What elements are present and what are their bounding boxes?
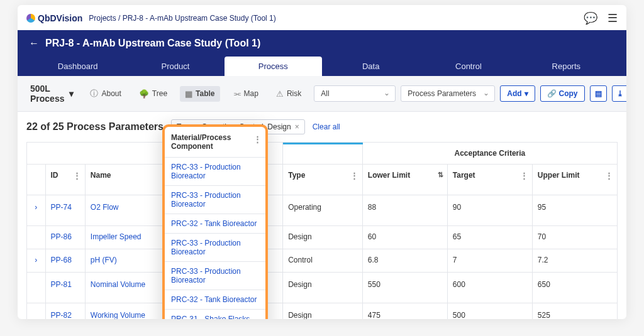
table-icon: ▦ [185, 89, 192, 99]
expand-toggle[interactable]: › [27, 195, 46, 226]
back-arrow-icon[interactable]: ← [29, 38, 39, 49]
kebab-icon[interactable]: ⋮ [253, 134, 262, 144]
row-name[interactable]: Impeller Speed [85, 226, 171, 249]
tab-reports[interactable]: Reports [518, 57, 615, 76]
about-button[interactable]: ⓘAbout [85, 85, 126, 102]
project-title: PRJ-8 - A-mAb Upstream Case Study (Tool … [45, 38, 260, 49]
kebab-icon[interactable]: ⋮ [520, 171, 528, 180]
table-row: PP-81Nominal VolumeDesign550600650 [27, 273, 618, 303]
kebab-icon[interactable]: ⋮ [605, 171, 613, 180]
tab-dashboard[interactable]: Dashboard [29, 57, 126, 76]
brand-name: QbDVision [38, 13, 82, 23]
table-row: ›PP-68pH (FV)Control6.877.2 [27, 249, 618, 273]
process-selector[interactable]: 500L Process ▾ [26, 81, 77, 106]
primary-tabs: Dashboard Product Process Data Control R… [29, 57, 615, 76]
info-icon: ⓘ [90, 88, 98, 99]
material-item[interactable]: PRC-32 - Tank Bioreactor [165, 290, 265, 310]
chat-icon[interactable]: 💬 [584, 11, 597, 25]
tree-button[interactable]: 🌳Tree [134, 86, 172, 102]
row-name[interactable]: Working Volume [85, 303, 171, 320]
clear-all-filters[interactable]: Clear all [313, 122, 340, 131]
data-table-wrap: Acceptance Criteria ID⋮ Name Material/Pr… [18, 142, 626, 319]
row-target: 600 [447, 273, 532, 303]
expand-toggle[interactable] [27, 226, 46, 249]
remove-chip-icon[interactable]: × [295, 122, 299, 131]
risk-icon: ⚠ [276, 89, 284, 99]
tab-process[interactable]: Process [225, 57, 322, 76]
material-item[interactable]: PRC-33 - Production Bioreactor [165, 234, 265, 262]
row-upper-limit: 525 [532, 303, 617, 320]
top-strip: QbDVision Projects / PRJ-8 - A-mAb Upstr… [18, 5, 626, 30]
tree-icon: 🌳 [139, 89, 149, 99]
columns-button[interactable]: ▤ [590, 85, 607, 102]
tab-control[interactable]: Control [419, 57, 517, 76]
col-type[interactable]: Type⋮ [283, 165, 363, 195]
result-count: 22 of 25 Process Parameters [26, 121, 164, 133]
col-group-acceptance: Acceptance Criteria [362, 143, 617, 165]
data-table: Acceptance Criteria ID⋮ Name Material/Pr… [26, 142, 618, 319]
row-id[interactable]: PP-86 [45, 226, 85, 249]
row-name[interactable]: Nominal Volume [85, 273, 171, 303]
tab-data[interactable]: Data [322, 57, 419, 76]
row-type: Operating [283, 195, 363, 226]
expand-toggle[interactable]: › [27, 249, 46, 273]
material-column-callout: Material/Process Component ⋮ PRC-33 - Pr… [162, 124, 268, 319]
expand-toggle[interactable] [27, 303, 46, 320]
sort-icon[interactable]: ⇅ [438, 171, 443, 179]
material-item[interactable]: PRC-31 - Shake Flasks [165, 310, 265, 319]
col-name[interactable]: Name [85, 165, 171, 195]
row-id[interactable]: PP-74 [45, 195, 85, 226]
row-type: Design [283, 303, 363, 320]
chevron-down-icon: ▾ [69, 89, 74, 99]
material-item[interactable]: PRC-33 - Production Bioreactor [165, 158, 265, 186]
map-button[interactable]: ⫘Map [228, 86, 264, 102]
row-id[interactable]: PP-82 [45, 303, 85, 320]
kebab-icon[interactable]: ⋮ [350, 171, 358, 180]
process-selector-label: 500L Process [30, 84, 64, 104]
row-lower-limit: 60 [362, 226, 447, 249]
col-id[interactable]: ID⋮ [45, 165, 85, 195]
material-item[interactable]: PRC-33 - Production Bioreactor [165, 262, 265, 290]
add-button[interactable]: Add ▾ [500, 85, 535, 102]
filter-row: 22 of 25 Process Parameters Type = Opera… [18, 112, 626, 142]
row-lower-limit: 6.8 [362, 249, 447, 273]
columns-icon: ▤ [595, 89, 602, 98]
row-name[interactable]: O2 Flow [85, 195, 171, 226]
filter-select[interactable]: All [314, 85, 396, 102]
row-lower-limit: 550 [362, 273, 447, 303]
col-target[interactable]: Target⋮ [447, 165, 532, 195]
risk-button[interactable]: ⚠Risk [271, 86, 306, 102]
export-icon: ⤓ [617, 89, 623, 98]
logo-icon [26, 14, 35, 23]
copy-button[interactable]: 🔗Copy [540, 85, 585, 102]
logo[interactable]: QbDVision [26, 13, 82, 23]
row-target: 90 [447, 195, 532, 226]
export-button[interactable]: ⤓ [612, 85, 626, 102]
table-button[interactable]: ▦Table [180, 86, 219, 102]
map-icon: ⫘ [233, 89, 241, 99]
toolbar: 500L Process ▾ ⓘAbout 🌳Tree ▦Table ⫘Map … [18, 76, 626, 112]
tab-product[interactable]: Product [126, 57, 224, 76]
project-header: ← PRJ-8 - A-mAb Upstream Case Study (Too… [18, 30, 626, 76]
breadcrumb-projects[interactable]: Projects [89, 14, 116, 23]
row-lower-limit: 88 [362, 195, 447, 226]
row-target: 500 [447, 303, 532, 320]
col-upper-limit[interactable]: Upper Limit⋮ [532, 165, 617, 195]
expand-toggle[interactable] [27, 273, 46, 303]
row-id[interactable]: PP-68 [45, 249, 85, 273]
parameter-type-select[interactable]: Process Parameters [401, 85, 495, 102]
kebab-icon[interactable]: ⋮ [73, 171, 81, 180]
col-lower-limit[interactable]: Lower Limit⇅ [362, 165, 447, 195]
row-target: 7 [447, 249, 532, 273]
table-row: ›PP-74O2 FlowOperating889095 [27, 195, 618, 226]
row-upper-limit: 70 [532, 226, 617, 249]
row-name[interactable]: pH (FV) [85, 249, 171, 273]
table-row: PP-82Working VolumeDesign475500525 [27, 303, 618, 320]
material-item[interactable]: PRC-33 - Production Bioreactor [165, 186, 265, 214]
row-type: Design [283, 226, 363, 249]
material-item[interactable]: PRC-32 - Tank Bioreactor [165, 214, 265, 234]
row-type: Design [283, 273, 363, 303]
link-icon: 🔗 [547, 89, 557, 98]
row-id[interactable]: PP-81 [45, 273, 85, 303]
menu-icon[interactable]: ☰ [608, 11, 618, 25]
